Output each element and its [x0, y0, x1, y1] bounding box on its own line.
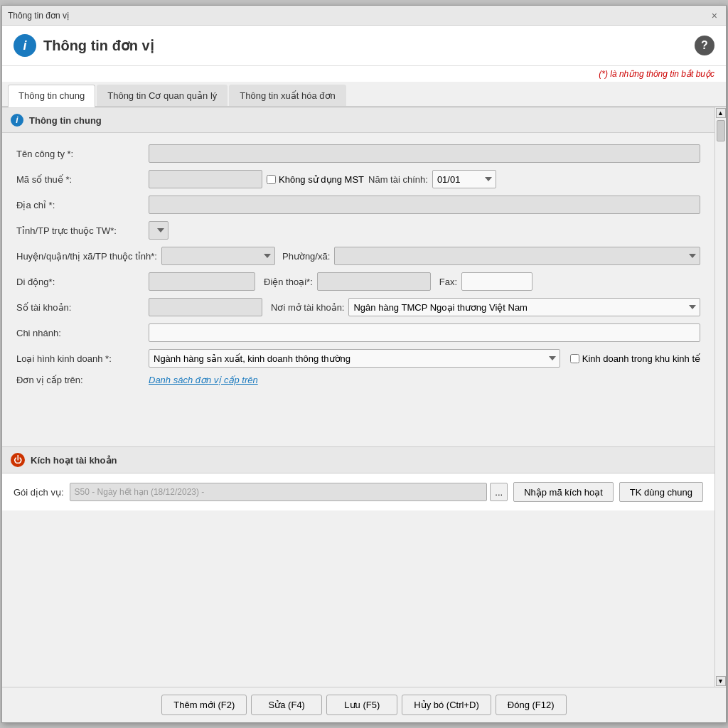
form-body: Tên công ty *: Mã số thuế *: Không sử dụ…	[2, 133, 714, 404]
input-phone[interactable]	[317, 272, 431, 291]
label-branch: Chi nhánh:	[16, 328, 144, 338]
label-district: Huyện/quận/thị xã/TP thuộc tỉnh*:	[16, 251, 157, 262]
select-bank[interactable]: Ngân hàng TMCP Ngoại thương Việt Nam	[348, 298, 700, 316]
title-bar-text: Thông tin đơn vị	[8, 11, 69, 21]
input-company-name[interactable]	[149, 144, 700, 163]
info-icon-large: i	[14, 34, 36, 57]
scroll-track	[717, 119, 725, 675]
label-tax-code: Mã số thuế *:	[16, 174, 144, 185]
activate-code-button[interactable]: Nhập mã kích hoạt	[513, 482, 614, 502]
spacer	[2, 404, 714, 446]
section-general-title: Thông tin chung	[29, 115, 102, 126]
input-branch[interactable]	[149, 323, 700, 342]
ward-label: Phường/xã:	[282, 251, 330, 262]
input-account[interactable]	[149, 298, 262, 316]
row-province: Tỉnh/TP trực thuộc TW*:	[16, 221, 700, 240]
main-window: Thông tin đơn vị × i Thông tin đơn vị ? …	[1, 5, 727, 723]
section-info-icon: i	[11, 114, 23, 127]
service-label: Gói dịch vụ:	[14, 487, 64, 498]
input-address[interactable]	[149, 196, 700, 214]
help-icon[interactable]: ?	[695, 36, 714, 55]
row-parent-unit: Đơn vị cấp trên: Danh sách đơn vị cấp tr…	[16, 375, 700, 385]
required-note: (*) là những thông tin bắt buộc	[2, 66, 726, 82]
row-address: Địa chỉ *:	[16, 196, 700, 214]
select-ward[interactable]	[334, 247, 700, 265]
label-parent-unit: Đơn vị cấp trên:	[16, 375, 144, 385]
biz-zone-text: Kinh doanh trong khu kinh tế	[582, 353, 700, 364]
content-with-scroll: i Thông tin chung Tên công ty *: Mã số t…	[2, 107, 726, 687]
label-address: Địa chỉ *:	[16, 200, 144, 210]
btn-edit[interactable]: Sửa (F4)	[251, 695, 322, 715]
row-company-name: Tên công ty *:	[16, 144, 700, 163]
select-fiscal-year[interactable]: 01/01	[432, 170, 496, 188]
dots-button[interactable]: ...	[490, 483, 508, 501]
scrollable-content: i Thông tin chung Tên công ty *: Mã số t…	[2, 107, 714, 687]
btn-cancel[interactable]: Hủy bó (Ctrl+D)	[402, 695, 491, 715]
label-account: Số tài khoản:	[16, 302, 144, 313]
select-province[interactable]	[149, 221, 168, 240]
btn-close[interactable]: Đóng (F12)	[496, 695, 567, 715]
window-close-button[interactable]: ×	[709, 10, 720, 21]
row-mobile: Di động*: Điện thoại*: Fax:	[16, 272, 700, 291]
label-business-type: Loại hình kinh doanh *:	[16, 353, 144, 364]
checkbox-biz-zone[interactable]	[570, 354, 579, 363]
select-business-type[interactable]: Ngành hàng sản xuất, kinh doanh thông th…	[149, 349, 560, 368]
footer-buttons: Thêm mới (F2) Sửa (F4) Lưu (F5) Hủy bó (…	[2, 687, 726, 722]
input-fax[interactable]	[461, 272, 532, 291]
row-district: Huyện/quận/thị xã/TP thuộc tỉnh*: Phường…	[16, 247, 700, 265]
biz-zone-label: Kinh doanh trong khu kinh tế	[570, 353, 700, 364]
fiscal-year-label: Năm tài chính:	[368, 174, 428, 185]
input-tax-code[interactable]	[149, 170, 262, 188]
label-province: Tỉnh/TP trực thuộc TW*:	[16, 225, 144, 236]
fax-label: Fax:	[439, 277, 457, 287]
scroll-down-arrow[interactable]: ▼	[716, 676, 726, 686]
shared-account-button[interactable]: TK dùng chung	[619, 482, 703, 502]
tabs-bar: Thông tin chung Thông tin Cơ quan quản l…	[2, 82, 726, 107]
window-header: i Thông tin đơn vị ?	[2, 26, 726, 66]
row-tax-code: Mã số thuế *: Không sử dụng MST Năm tài …	[16, 170, 700, 188]
tab-authority[interactable]: Thông tin Cơ quan quản lý	[97, 85, 228, 106]
service-row: Gói dịch vụ: ... Nhập mã kích hoạt TK dù…	[2, 473, 714, 510]
title-bar: Thông tin đơn vị ×	[2, 6, 726, 26]
header-left: i Thông tin đơn vị	[14, 34, 154, 57]
activate-section-header: ⏻ Kích hoạt tài khoản	[2, 446, 714, 473]
btn-save[interactable]: Lưu (F5)	[326, 695, 397, 715]
checkbox-no-mst[interactable]	[267, 175, 276, 184]
btn-add[interactable]: Thêm mới (F2)	[161, 695, 247, 715]
row-business-type: Loại hình kinh doanh *: Ngành hàng sản x…	[16, 349, 700, 368]
select-district[interactable]	[161, 247, 275, 265]
phone-label: Điện thoại*:	[264, 277, 313, 287]
tab-invoice[interactable]: Thông tin xuất hóa đơn	[229, 85, 346, 106]
row-branch: Chi nhánh:	[16, 323, 700, 342]
row-account: Số tài khoản: Nơi mở tài khoản: Ngân hàn…	[16, 298, 700, 316]
input-service[interactable]	[70, 483, 488, 501]
section-general-header: i Thông tin chung	[2, 107, 714, 133]
power-icon: ⏻	[11, 453, 25, 467]
scrollbar[interactable]: ▲ ▼	[714, 107, 726, 687]
label-company-name: Tên công ty *:	[16, 149, 144, 159]
scroll-up-arrow[interactable]: ▲	[716, 108, 726, 118]
no-mst-text: Không sử dụng MST	[279, 174, 364, 185]
service-input-wrap: ...	[70, 483, 508, 501]
label-mobile: Di động*:	[16, 277, 144, 287]
scroll-thumb[interactable]	[717, 120, 725, 141]
parent-unit-link[interactable]: Danh sách đơn vị cấp trên	[149, 375, 258, 385]
input-mobile[interactable]	[149, 272, 255, 291]
tab-general[interactable]: Thông tin chung	[8, 85, 95, 107]
checkbox-no-mst-label: Không sử dụng MST	[267, 174, 364, 185]
bank-label: Nơi mở tài khoản:	[271, 302, 344, 313]
activate-title: Kích hoạt tài khoản	[31, 455, 117, 466]
window-title: Thông tin đơn vị	[43, 37, 154, 54]
